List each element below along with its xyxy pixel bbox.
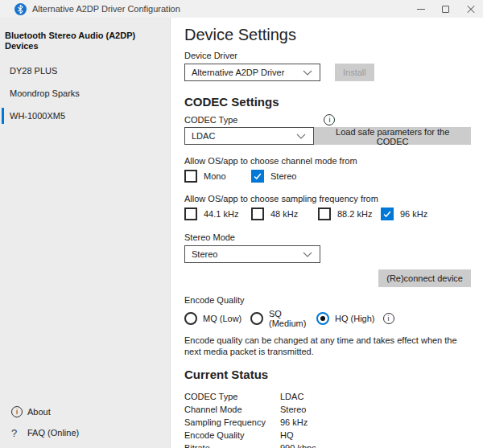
status-row-codec-type: CODEC Type LDAC	[184, 390, 471, 403]
checkbox-label: 88.2 kHz	[337, 209, 372, 219]
current-status-title: Current Status	[184, 367, 471, 383]
faq-label: FAQ (Online)	[27, 428, 79, 438]
status-row-sampling-frequency: Sampling Frequency 96 kHz	[184, 416, 471, 429]
device-list: DY28 PLUS Moondrop Sparks WH-1000XM5	[0, 60, 170, 127]
chevron-down-icon	[296, 134, 306, 139]
codec-settings-title: CODEC Settings	[184, 94, 471, 110]
radio-circle	[250, 312, 263, 325]
stereo-mode-value: Stereo	[192, 249, 303, 259]
device-name: WH-1000XM5	[10, 111, 65, 121]
device-name: Moondrop Sparks	[10, 88, 80, 98]
stereo-mode-label: Stereo Mode	[184, 232, 471, 243]
checkbox-label: 96 kHz	[400, 209, 427, 219]
device-item-moondrop-sparks[interactable]: Moondrop Sparks	[0, 82, 170, 105]
info-icon: i	[11, 406, 23, 417]
checkbox-stereo[interactable]: Stereo	[251, 170, 296, 183]
radio-label: SQ (Medium)	[269, 309, 316, 328]
sidebar-footer: i About ? FAQ (Online)	[0, 401, 170, 443]
radio-sq-medium[interactable]: SQ (Medium)	[250, 309, 316, 328]
checkbox-box	[184, 208, 197, 220]
faq-item[interactable]: ? FAQ (Online)	[0, 422, 170, 443]
radio-label: HQ (High)	[335, 314, 375, 323]
checkbox-96-khz[interactable]: 96 kHz	[381, 208, 427, 220]
chevron-down-icon	[303, 252, 312, 257]
encode-quality-note: Encode quality can be changed at any tim…	[184, 335, 471, 357]
checkbox-box	[318, 208, 331, 220]
radio-circle	[184, 312, 197, 325]
checkbox-88-2-khz[interactable]: 88.2 kHz	[318, 208, 381, 220]
device-sidebar: Bluetooth Stereo Audio (A2DP) Devices DY…	[0, 18, 171, 448]
status-label: Bitrate	[184, 442, 280, 448]
status-label: Encode Quality	[184, 429, 280, 442]
status-value: 990 kbps	[280, 442, 316, 448]
checkbox-44-1-khz[interactable]: 44.1 kHz	[184, 208, 251, 220]
checkbox-label: 44.1 kHz	[204, 209, 238, 219]
status-row-encode-quality: Encode Quality HQ	[184, 429, 471, 442]
codec-type-label: CODEC Type	[184, 115, 237, 125]
checkbox-box	[184, 170, 197, 183]
status-value: Stereo	[280, 403, 306, 416]
reconnect-device-button[interactable]: (Re)connect device	[378, 269, 471, 287]
maximize-button[interactable]	[433, 0, 458, 18]
encode-quality-info-icon[interactable]: i	[383, 313, 394, 324]
device-item-dy28plus[interactable]: DY28 PLUS	[0, 60, 170, 82]
about-item[interactable]: i About	[0, 401, 170, 422]
device-driver-label: Device Driver	[184, 51, 471, 61]
minimize-button[interactable]	[408, 0, 433, 18]
checkbox-label: Stereo	[270, 171, 296, 181]
codec-type-value: LDAC	[192, 131, 296, 141]
checkbox-mono[interactable]: Mono	[184, 170, 251, 183]
window-controls	[408, 0, 483, 18]
sampling-frequency-label: Allow OS/app to choose sampling frequenc…	[184, 194, 471, 204]
radio-hq-high[interactable]: HQ (High)	[316, 312, 375, 325]
codec-type-select[interactable]: LDAC	[184, 127, 314, 145]
checkbox-box	[251, 208, 264, 220]
radio-label: MQ (Low)	[203, 314, 242, 323]
load-safe-parameters-button[interactable]: Load safe parameters for the CODEC	[314, 127, 471, 145]
codec-type-info-icon[interactable]: i	[324, 114, 335, 125]
status-value: 96 kHz	[280, 416, 308, 429]
status-table: CODEC Type LDAC Channel Mode Stereo Samp…	[184, 390, 471, 448]
page-title: Device Settings	[184, 26, 471, 43]
bluetooth-app-icon	[14, 3, 27, 15]
check-icon	[253, 171, 262, 181]
checkbox-48-khz[interactable]: 48 kHz	[251, 208, 318, 220]
channel-mode-label: Allow OS/app to choose channel mode from	[184, 156, 471, 166]
window-title: Alternative A2DP Driver Configuration	[32, 4, 180, 14]
question-icon: ?	[11, 427, 17, 439]
checkbox-box-checked	[381, 208, 394, 220]
status-label: CODEC Type	[184, 390, 280, 403]
checkbox-label: Mono	[204, 171, 226, 181]
status-value: HQ	[280, 429, 294, 442]
checkbox-label: 48 kHz	[270, 209, 298, 219]
device-driver-select[interactable]: Alternative A2DP Driver	[184, 64, 320, 81]
minimize-icon	[417, 9, 425, 10]
device-item-wh1000xm5[interactable]: WH-1000XM5	[0, 105, 170, 127]
chevron-down-icon	[303, 70, 312, 76]
check-icon	[382, 209, 392, 219]
radio-circle-selected	[316, 312, 329, 325]
status-label: Sampling Frequency	[184, 416, 280, 429]
device-name: DY28 PLUS	[10, 66, 57, 76]
status-row-bitrate: Bitrate 990 kbps	[184, 442, 471, 448]
settings-panel: Device Settings Device Driver Alternativ…	[171, 18, 483, 448]
titlebar: Alternative A2DP Driver Configuration	[0, 0, 483, 18]
radio-mq-low[interactable]: MQ (Low)	[184, 312, 250, 325]
about-label: About	[27, 407, 51, 417]
checkbox-box-checked	[251, 170, 264, 183]
maximize-icon	[442, 6, 449, 13]
close-button[interactable]	[458, 0, 483, 18]
app-window: Alternative A2DP Driver Configuration Bl…	[0, 0, 483, 448]
stereo-mode-select[interactable]: Stereo	[184, 245, 320, 263]
status-label: Channel Mode	[184, 403, 280, 416]
sidebar-header: Bluetooth Stereo Audio (A2DP) Devices	[0, 18, 170, 51]
install-button[interactable]: Install	[335, 64, 374, 81]
status-value: LDAC	[280, 390, 303, 403]
encode-quality-label: Encode Quality	[184, 295, 471, 306]
device-driver-value: Alternative A2DP Driver	[192, 68, 303, 77]
close-icon	[467, 5, 475, 13]
status-row-channel-mode: Channel Mode Stereo	[184, 403, 471, 416]
